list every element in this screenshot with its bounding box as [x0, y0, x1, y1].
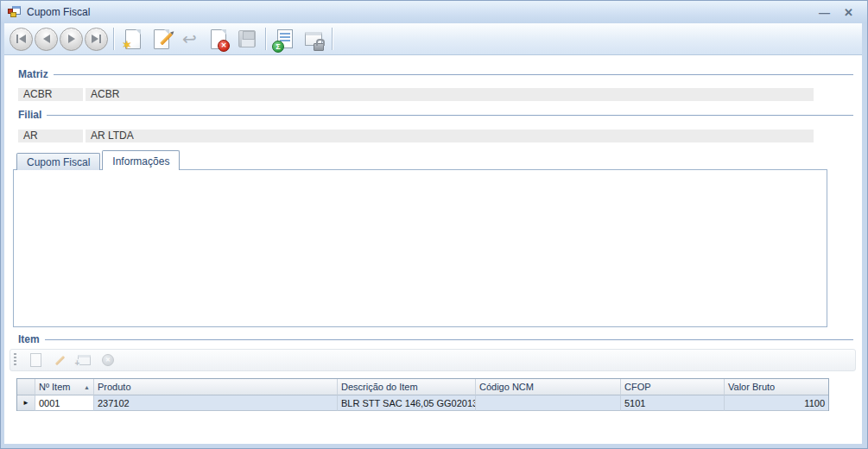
column-header-descricao[interactable]: Descrição do Item — [338, 379, 476, 395]
item-insert-window-button[interactable]: + — [75, 351, 92, 369]
toolbar-grip-handle[interactable] — [14, 353, 16, 367]
cupom-fiscal-window: Cupom Fiscal — ✕ ✶ — [0, 0, 868, 449]
first-record-icon — [16, 35, 18, 43]
cell-cfop[interactable]: 5101 — [621, 395, 725, 411]
item-add-icon — [30, 353, 41, 367]
new-star-icon: ✶ — [122, 39, 132, 51]
item-edit-pencil-icon — [54, 355, 64, 364]
sort-ascending-icon: ▲ — [84, 384, 90, 390]
current-row-marker-icon: ► — [22, 399, 29, 407]
window-title: Cupom Fiscal — [27, 6, 819, 18]
cancel-record-button[interactable]: ✕ — [205, 26, 231, 53]
filial-group-header: Filial — [18, 109, 853, 121]
column-header-nitem[interactable]: Nº Item ▲ — [35, 379, 94, 395]
item-delete-button[interactable]: ✕ — [99, 351, 117, 369]
row-selector-cell[interactable]: ► — [17, 395, 35, 411]
form-icon — [8, 6, 21, 18]
tab-cupom-fiscal[interactable]: Cupom Fiscal — [16, 153, 100, 170]
titlebar[interactable]: Cupom Fiscal — ✕ — [1, 1, 867, 23]
matriz-group-header: Matriz — [18, 68, 853, 80]
toolbar-separator — [265, 28, 266, 50]
column-header-produto[interactable]: Produto — [94, 379, 338, 395]
last-record-icon — [92, 35, 98, 43]
grid-data-row[interactable]: ► 0001 237102 BLR STT SAC 146,05 GG02013… — [17, 395, 828, 411]
filial-header-line — [47, 115, 853, 116]
undo-button[interactable]: ↩ — [176, 26, 203, 53]
grid-header-row: Nº Item ▲ Produto Descrição do Item Códi… — [17, 379, 828, 395]
item-add-button[interactable] — [27, 351, 44, 369]
edit-record-button[interactable] — [148, 26, 174, 53]
matriz-name-field[interactable]: ACBR — [86, 88, 814, 101]
column-header-cfop[interactable]: CFOP — [621, 379, 725, 395]
filial-code-field[interactable]: AR — [18, 130, 83, 142]
cell-produto[interactable]: 237102 — [94, 395, 338, 411]
cell-descricao[interactable]: BLR STT SAC 146,05 GG02013 — [338, 395, 476, 411]
main-toolbar: ✶ ↩ ✕ Σ — [4, 23, 862, 55]
next-record-button[interactable] — [60, 28, 83, 51]
toolbar-separator — [113, 28, 114, 50]
grid-corner-header[interactable] — [17, 379, 35, 395]
item-toolbar: + ✕ — [10, 349, 856, 371]
matriz-header-label: Matriz — [18, 68, 48, 80]
sigma-icon: Σ — [272, 41, 284, 53]
export-spreadsheet-button[interactable]: Σ — [271, 26, 298, 53]
last-record-button[interactable] — [85, 28, 108, 51]
item-edit-button[interactable] — [51, 351, 68, 369]
first-record-button[interactable] — [10, 28, 33, 51]
previous-record-icon — [43, 35, 50, 43]
tabstrip: Cupom Fiscal Informações — [16, 150, 181, 170]
item-delete-x-icon: ✕ — [102, 354, 114, 366]
padlock-icon — [314, 43, 324, 51]
lock-window-button[interactable] — [300, 26, 326, 53]
cell-codigo-ncm[interactable] — [476, 395, 621, 411]
form-content: Matriz ACBR ACBR Filial AR AR LTDA Cupom… — [4, 55, 862, 444]
item-window-icon: + — [78, 355, 91, 365]
window-body: ✶ ↩ ✕ Σ — [4, 23, 862, 444]
item-group-header: Item — [18, 333, 853, 345]
filial-name-field[interactable]: AR LTDA — [86, 130, 814, 142]
save-button[interactable] — [233, 26, 260, 53]
tab-informacoes[interactable]: Informações — [102, 150, 180, 170]
close-icon[interactable]: ✕ — [844, 7, 853, 18]
cell-valor-bruto[interactable]: 1100 — [725, 395, 828, 411]
cell-nitem[interactable]: 0001 — [35, 395, 94, 411]
column-header-codigo-ncm[interactable]: Código NCM — [476, 379, 621, 395]
matriz-header-line — [54, 74, 853, 75]
matriz-code-field[interactable]: ACBR — [18, 88, 83, 101]
form-icon-yellow-square — [10, 12, 16, 17]
informacoes-tab-panel — [13, 169, 827, 327]
undo-arrow-icon: ↩ — [182, 30, 197, 47]
plus-icon: + — [75, 359, 80, 368]
item-header-label: Item — [18, 333, 40, 345]
window-controls: — ✕ — [819, 7, 853, 18]
minimize-icon[interactable]: — — [819, 7, 830, 18]
item-header-line — [45, 339, 853, 340]
next-record-icon — [68, 35, 75, 43]
save-floppy-icon — [238, 30, 256, 47]
cancel-x-icon: ✕ — [218, 40, 230, 52]
previous-record-button[interactable] — [35, 28, 58, 51]
new-record-button[interactable]: ✶ — [119, 26, 146, 53]
filial-header-label: Filial — [18, 109, 41, 121]
toolbar-separator — [332, 28, 333, 50]
column-header-valor-bruto[interactable]: Valor Bruto — [725, 379, 828, 395]
item-grid: Nº Item ▲ Produto Descrição do Item Códi… — [16, 378, 829, 411]
